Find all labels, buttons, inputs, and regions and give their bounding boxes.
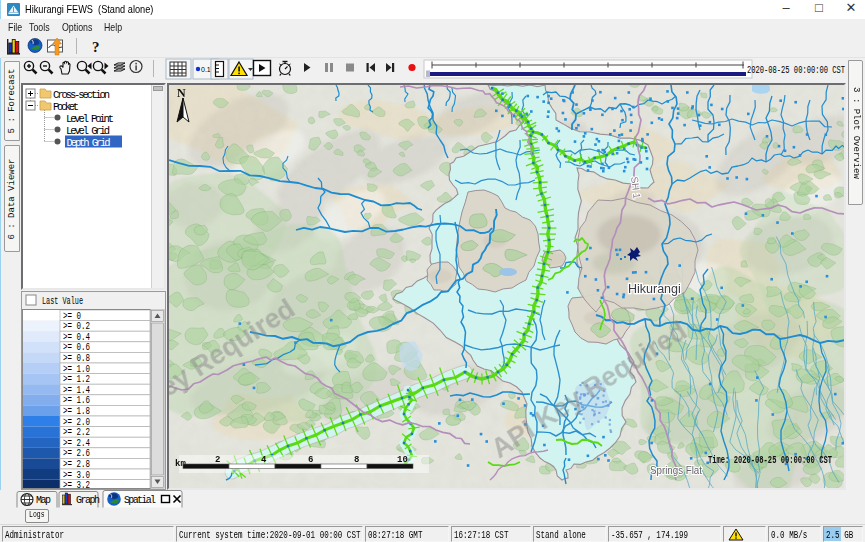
svg-text:>= 3.2: >= 3.2	[63, 480, 90, 489]
svg-text:>= 2.6: >= 2.6	[63, 448, 90, 459]
svg-text:?: ?	[92, 39, 100, 55]
svg-text:>= 1.0: >= 1.0	[63, 364, 90, 375]
svg-text:6: 6	[308, 455, 313, 465]
svg-text:Graph: Graph	[76, 495, 100, 506]
svg-text:>= 2.8: >= 2.8	[63, 459, 90, 470]
svg-text:Map: Map	[36, 495, 51, 506]
svg-text:Hikurangi: Hikurangi	[628, 282, 681, 296]
svg-text:>= 3.0: >= 3.0	[63, 470, 90, 481]
svg-text:4: 4	[261, 455, 267, 465]
svg-text:>= 0.2: >= 0.2	[63, 321, 90, 332]
svg-text:2: 2	[215, 455, 220, 465]
svg-text:>= 2.4: >= 2.4	[63, 438, 90, 449]
svg-text:Level Point: Level Point	[66, 113, 114, 125]
svg-text:Depth Grid: Depth Grid	[67, 137, 111, 149]
svg-text:>= 0.8: >= 0.8	[63, 353, 90, 364]
svg-text:Springs Flat: Springs Flat	[650, 464, 702, 476]
svg-text:Spatial: Spatial	[124, 495, 156, 506]
svg-text:>= 0: >= 0	[63, 311, 81, 322]
svg-text:2020-08-25 00:00:00 CST: 2020-08-25 00:00:00 CST	[747, 64, 845, 76]
svg-text:N: N	[177, 86, 186, 100]
svg-text:>= 0.4: >= 0.4	[63, 332, 90, 343]
svg-text:Time: 2020-08-25 00:00:00 CST: Time: 2020-08-25 00:00:00 CST	[708, 454, 832, 466]
svg-text:>= 1.8: >= 1.8	[63, 406, 90, 417]
svg-text:0.1: 0.1	[201, 66, 211, 73]
svg-text:8: 8	[354, 455, 359, 465]
svg-text:Level Grid: Level Grid	[66, 125, 110, 137]
svg-text:>= 1.2: >= 1.2	[63, 374, 90, 385]
svg-text:>= 1.4: >= 1.4	[63, 385, 90, 396]
svg-text:>= 2.2: >= 2.2	[63, 427, 90, 438]
svg-text:>= 2.0: >= 2.0	[63, 417, 90, 428]
svg-text:>= 0.6: >= 0.6	[63, 342, 90, 353]
svg-text:Cross-section: Cross-section	[53, 89, 110, 101]
svg-text:10: 10	[397, 455, 408, 465]
svg-text:Last Value: Last Value	[42, 295, 83, 307]
svg-text:>= 1.6: >= 1.6	[63, 395, 90, 406]
svg-text:Pocket: Pocket	[53, 101, 79, 113]
